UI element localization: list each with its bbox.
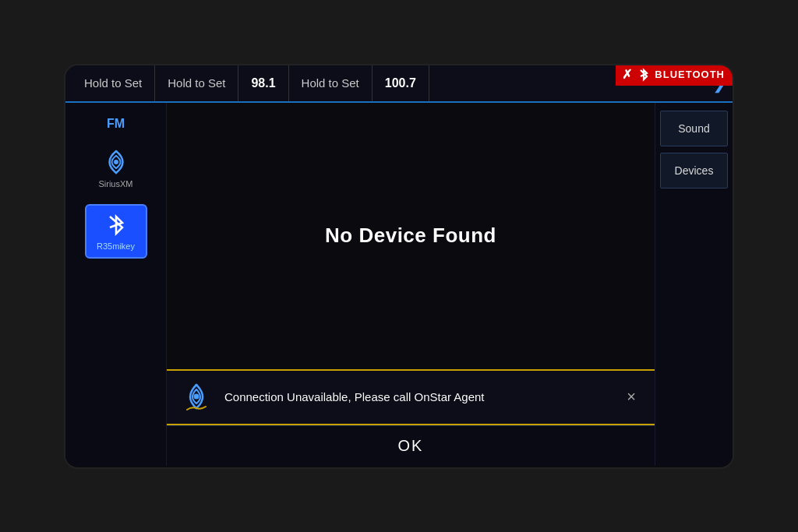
preset-3[interactable]: 98.1 <box>238 65 288 101</box>
center-area: No Device Found Connection Una <box>167 103 655 466</box>
ok-label: OK <box>398 437 424 455</box>
bluetooth-device-button[interactable]: R35mikey <box>85 204 147 259</box>
siriusxm-icon <box>95 146 137 176</box>
notification-close-button[interactable]: × <box>620 385 642 409</box>
bluetooth-badge: ✗ BLUETOOTH <box>616 64 734 86</box>
svg-point-0 <box>114 160 118 164</box>
device-name-label: R35mikey <box>97 241 135 251</box>
ok-button[interactable]: OK <box>167 425 655 466</box>
fm-label[interactable]: FM <box>107 117 125 131</box>
no-device-text: No Device Found <box>325 224 496 248</box>
notification-message: Connection Unavailable, Please call OnSt… <box>224 389 609 405</box>
car-screen: ✗ BLUETOOTH Hold to Set Hold to Set 98.1… <box>64 64 734 469</box>
bluetooth-badge-icon: ✗ <box>622 67 633 82</box>
preset-1[interactable]: Hold to Set <box>72 65 155 101</box>
siriusxm-notif-icon <box>179 379 214 413</box>
preset-2[interactable]: Hold to Set <box>155 65 238 101</box>
sound-button[interactable]: Sound <box>660 111 728 146</box>
no-device-area: No Device Found <box>167 103 655 369</box>
preset-4[interactable]: Hold to Set <box>289 65 373 101</box>
main-content: FM SiriusXM R35mikey <box>65 103 733 466</box>
siriusxm-label: SiriusXM <box>98 179 132 188</box>
left-sidebar: FM SiriusXM R35mikey <box>65 103 167 466</box>
devices-button[interactable]: Devices <box>660 153 728 188</box>
svg-point-1 <box>194 393 200 399</box>
right-sidebar: Sound Devices <box>655 103 733 466</box>
siriusxm-button[interactable]: SiriusXM <box>95 146 137 188</box>
bluetooth-icon <box>637 67 650 83</box>
bluetooth-badge-label: BLUETOOTH <box>655 69 725 80</box>
notification-icon <box>179 379 214 416</box>
preset-5[interactable]: 100.7 <box>373 65 429 101</box>
bluetooth-device-icon <box>105 212 127 238</box>
notification-bar: Connection Unavailable, Please call OnSt… <box>167 369 655 425</box>
